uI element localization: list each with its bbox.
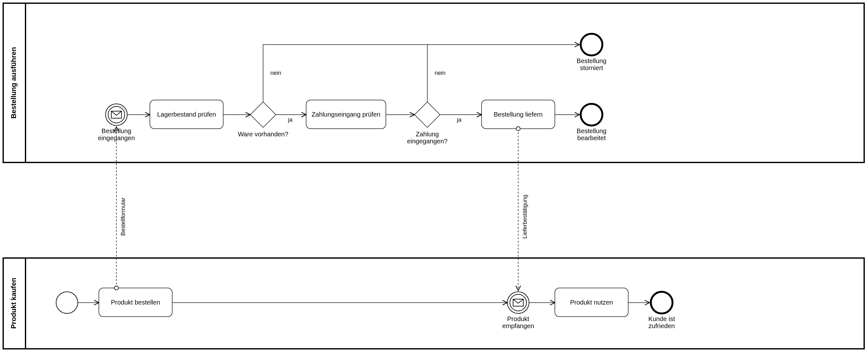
- svg-point-20: [581, 104, 602, 126]
- svg-text:Bestellung liefern: Bestellung liefern: [494, 111, 542, 118]
- svg-text:Bestellung: Bestellung: [577, 57, 606, 64]
- svg-text:Kunde ist: Kunde ist: [648, 315, 675, 322]
- svg-text:Produkt bestellen: Produkt bestellen: [111, 299, 160, 306]
- task-deliver: Bestellung liefern: [482, 100, 555, 129]
- svg-point-35: [651, 292, 673, 313]
- svg-text:empfangen: empfangen: [502, 322, 534, 329]
- svg-point-17: [581, 34, 602, 56]
- svg-text:bearbeitet: bearbeitet: [578, 134, 606, 141]
- svg-text:eingegangen?: eingegangen?: [407, 138, 448, 145]
- task-order-product: Produkt bestellen: [99, 288, 172, 317]
- task-use-product: Produkt nutzen: [555, 288, 628, 317]
- label-no2: nein: [435, 70, 445, 76]
- svg-text:Lagerbestand prüfen: Lagerbestand prüfen: [157, 111, 216, 118]
- message-icon: [111, 111, 122, 118]
- svg-text:Ware vorhanden?: Ware vorhanden?: [238, 131, 288, 138]
- task-check-payment: Zahlungseingang prüfen: [306, 100, 386, 129]
- svg-text:Bestellung: Bestellung: [577, 128, 606, 134]
- task-check-stock: Lagerbestand prüfen: [150, 100, 223, 129]
- event-start-bottom: [56, 292, 78, 313]
- svg-point-25: [56, 292, 78, 313]
- label-yes2: ja: [457, 116, 462, 123]
- svg-text:storniert: storniert: [580, 64, 603, 71]
- svg-text:Produkt: Produkt: [507, 315, 529, 322]
- pool-top-label: Bestellung ausführen: [9, 47, 18, 119]
- message-icon: [513, 299, 523, 306]
- msgflow-order-form-label: Bestellformular: [120, 198, 126, 236]
- svg-text:Zahlung: Zahlung: [416, 131, 439, 138]
- msgflow-delivery-conf-label: Lieferbestätigung: [522, 195, 528, 239]
- label-yes1: ja: [288, 116, 293, 123]
- svg-text:Zahlungseingang prüfen: Zahlungseingang prüfen: [312, 111, 380, 118]
- label-no1: nein: [271, 70, 281, 76]
- svg-text:zufrieden: zufrieden: [649, 322, 675, 329]
- svg-text:Produkt nutzen: Produkt nutzen: [570, 299, 613, 306]
- pool-bottom-label: Produkt kaufen: [9, 278, 18, 329]
